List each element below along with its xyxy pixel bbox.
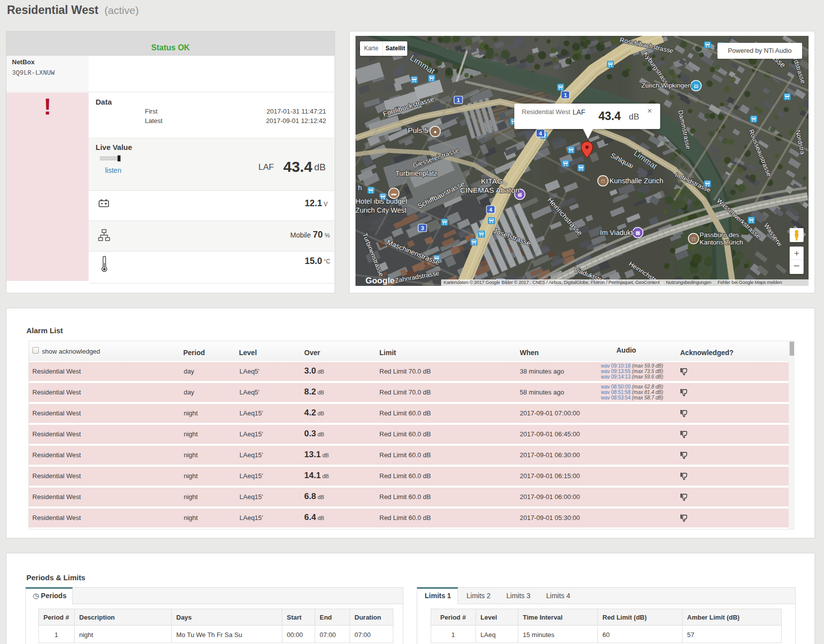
svg-text:h: h bbox=[358, 184, 362, 192]
svg-text:Hotel ibis budget: Hotel ibis budget bbox=[355, 197, 407, 205]
svg-text:Google: Google bbox=[365, 276, 395, 285]
svg-text:Puls 5: Puls 5 bbox=[408, 126, 429, 134]
svg-text:4: 4 bbox=[489, 207, 492, 213]
svg-text:●: ● bbox=[434, 129, 437, 134]
svg-text:Im Viadukt: Im Viadukt bbox=[600, 229, 633, 237]
svg-text:Zurich City West: Zurich City West bbox=[355, 206, 407, 214]
svg-text:3: 3 bbox=[421, 225, 424, 231]
svg-text:▤: ▤ bbox=[694, 83, 698, 89]
svg-text:Kunsthalle Zürich: Kunsthalle Zürich bbox=[609, 177, 663, 185]
svg-text:Kantons Zürich: Kantons Zürich bbox=[700, 239, 743, 246]
svg-text:Passbüro des: Passbüro des bbox=[700, 231, 739, 239]
svg-text:4: 4 bbox=[539, 130, 542, 136]
svg-text:Turbinenplatz: Turbinenplatz bbox=[395, 169, 437, 177]
svg-text:▬: ▬ bbox=[391, 191, 396, 196]
svg-text:1: 1 bbox=[457, 97, 460, 103]
svg-text:▩: ▩ bbox=[635, 230, 640, 236]
svg-text:CINEMAS Abaton: CINEMAS Abaton bbox=[460, 186, 519, 194]
svg-text:Zürich Wipkingen: Zürich Wipkingen bbox=[641, 82, 691, 89]
svg-text:□: □ bbox=[601, 178, 604, 184]
svg-text:KITAG: KITAG bbox=[481, 177, 503, 185]
svg-text:□: □ bbox=[692, 236, 695, 242]
svg-text:1: 1 bbox=[564, 92, 567, 98]
